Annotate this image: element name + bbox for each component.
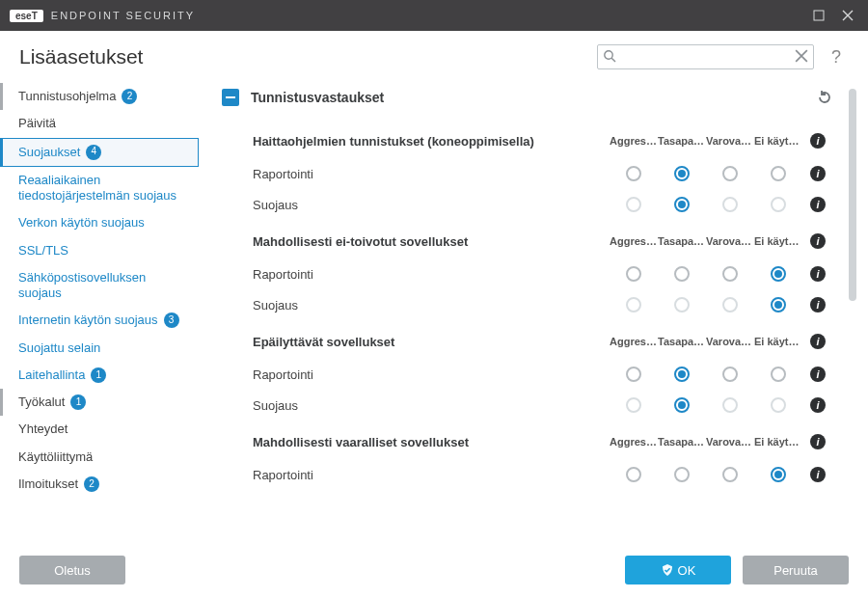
help-button[interactable]: ?	[824, 47, 849, 68]
panel: Tunnistusvastaukset Haittaohjelmien tunn…	[206, 79, 858, 546]
radio-option-3[interactable]	[754, 467, 802, 482]
column-header: Tasapai…	[658, 336, 706, 347]
info-icon[interactable]: i	[802, 467, 833, 482]
sidebar-item-8[interactable]: Suojattu selain	[0, 335, 199, 362]
column-header: Tasapai…	[658, 135, 706, 147]
scrollbar[interactable]	[849, 89, 856, 536]
setting-row: Suojausi	[222, 390, 833, 421]
radio-option-0[interactable]	[610, 397, 658, 413]
radio-option-2[interactable]	[706, 266, 754, 282]
setting-row: Suojausi	[222, 189, 833, 220]
sidebar-item-label: Suojaukset	[18, 145, 80, 160]
info-icon[interactable]: i	[802, 266, 833, 282]
column-header: Ei käytö…	[754, 135, 802, 147]
radio-option-1[interactable]	[658, 367, 706, 382]
sidebar-item-11[interactable]: Yhteydet	[0, 416, 199, 443]
column-headers: Aggress…Tasapai…Varovai…Ei käytö…	[610, 135, 802, 147]
radio-option-0[interactable]	[610, 197, 658, 212]
info-icon[interactable]: i	[802, 166, 833, 181]
setting-row: Raportointii	[222, 258, 833, 289]
defaults-button[interactable]: Oletus	[19, 556, 125, 584]
column-header: Tasapai…	[658, 235, 706, 247]
column-header: Varovai…	[706, 135, 754, 147]
sidebar-item-12[interactable]: Käyttöliittymä	[0, 444, 199, 471]
search-input[interactable]	[597, 44, 814, 69]
radio-group	[610, 297, 802, 313]
undo-button[interactable]	[816, 89, 833, 106]
sidebar-item-5[interactable]: SSL/TLS	[0, 237, 199, 264]
sidebar-item-7[interactable]: Internetin käytön suojaus3	[0, 307, 199, 334]
sidebar-item-label: Käyttöliittymä	[18, 449, 93, 465]
radio-option-2[interactable]	[706, 367, 754, 382]
radio-option-3[interactable]	[754, 197, 802, 212]
window-maximize-button[interactable]	[804, 4, 833, 27]
radio-option-1[interactable]	[658, 197, 706, 212]
radio-option-3[interactable]	[754, 397, 802, 413]
radio-option-0[interactable]	[610, 467, 658, 482]
sidebar-item-4[interactable]: Verkon käytön suojaus	[0, 209, 199, 236]
radio-option-0[interactable]	[610, 266, 658, 282]
sidebar-item-1[interactable]: Päivitä	[0, 110, 199, 137]
sidebar-item-9[interactable]: Laitehallinta1	[0, 362, 199, 389]
info-icon[interactable]: i	[802, 367, 833, 382]
group-header: Epäilyttävät sovelluksetAggress…Tasapai……	[222, 320, 833, 359]
setting-row: Raportointii	[222, 359, 833, 390]
sidebar-item-3[interactable]: Reaaliaikainen tiedostojärjestelmän suoj…	[0, 167, 199, 210]
radio-option-0[interactable]	[610, 367, 658, 382]
radio-option-0[interactable]	[610, 297, 658, 313]
radio-group	[610, 397, 802, 413]
info-icon[interactable]: i	[802, 297, 833, 313]
radio-option-1[interactable]	[658, 467, 706, 482]
radio-option-3[interactable]	[754, 266, 802, 282]
radio-option-1[interactable]	[658, 397, 706, 413]
column-header: Aggress…	[610, 436, 658, 448]
row-label: Raportointi	[253, 367, 610, 382]
collapse-button[interactable]	[222, 89, 239, 106]
radio-option-2[interactable]	[706, 297, 754, 313]
radio-option-2[interactable]	[706, 397, 754, 413]
radio-option-1[interactable]	[658, 166, 706, 181]
cancel-button[interactable]: Peruuta	[743, 556, 849, 584]
column-header: Varovai…	[706, 436, 754, 448]
badge: 4	[86, 145, 101, 160]
radio-option-3[interactable]	[754, 297, 802, 313]
info-icon[interactable]: i	[802, 434, 833, 449]
radio-option-1[interactable]	[658, 266, 706, 282]
sidebar-item-0[interactable]: Tunnistusohjelma2	[0, 83, 199, 110]
clear-icon[interactable]	[795, 49, 808, 63]
ok-button[interactable]: OK	[625, 556, 731, 584]
radio-option-2[interactable]	[706, 166, 754, 181]
sidebar-item-6[interactable]: Sähköpostisovelluksen suojaus	[0, 264, 199, 308]
radio-option-2[interactable]	[706, 197, 754, 212]
window-close-button[interactable]	[833, 4, 862, 27]
titlebar: eseT ENDPOINT SECURITY	[0, 0, 868, 31]
column-header: Aggress…	[610, 235, 658, 247]
search-wrap	[597, 44, 814, 69]
group-title: Epäilyttävät sovellukset	[253, 335, 610, 349]
info-icon[interactable]: i	[802, 133, 833, 149]
info-icon[interactable]: i	[802, 197, 833, 212]
sidebar-item-10[interactable]: Työkalut1	[0, 389, 199, 416]
info-icon[interactable]: i	[802, 233, 833, 249]
column-header: Varovai…	[706, 235, 754, 247]
sidebar-item-label: Sähköpostisovelluksen suojaus	[18, 270, 191, 302]
radio-option-0[interactable]	[610, 166, 658, 181]
badge: 1	[70, 394, 86, 410]
radio-group	[610, 197, 802, 212]
info-icon[interactable]: i	[802, 397, 833, 413]
row-label: Raportointi	[253, 267, 610, 282]
radio-option-1[interactable]	[658, 297, 706, 313]
sidebar-item-label: Verkon käytön suojaus	[18, 215, 145, 231]
info-icon[interactable]: i	[802, 334, 833, 349]
sidebar-item-13[interactable]: Ilmoitukset2	[0, 471, 199, 498]
sidebar: Tunnistusohjelma2PäivitäSuojaukset4Reaal…	[0, 79, 206, 546]
setting-row: Suojausi	[222, 289, 833, 320]
radio-option-2[interactable]	[706, 467, 754, 482]
sidebar-item-2[interactable]: Suojaukset4	[0, 138, 199, 167]
row-label: Raportointi	[253, 167, 610, 181]
radio-option-3[interactable]	[754, 367, 802, 382]
sidebar-item-label: Ilmoitukset	[18, 476, 78, 492]
group-header: Mahdollisesti vaaralliset sovelluksetAgg…	[222, 421, 833, 459]
column-header: Varovai…	[706, 336, 754, 347]
radio-option-3[interactable]	[754, 166, 802, 181]
